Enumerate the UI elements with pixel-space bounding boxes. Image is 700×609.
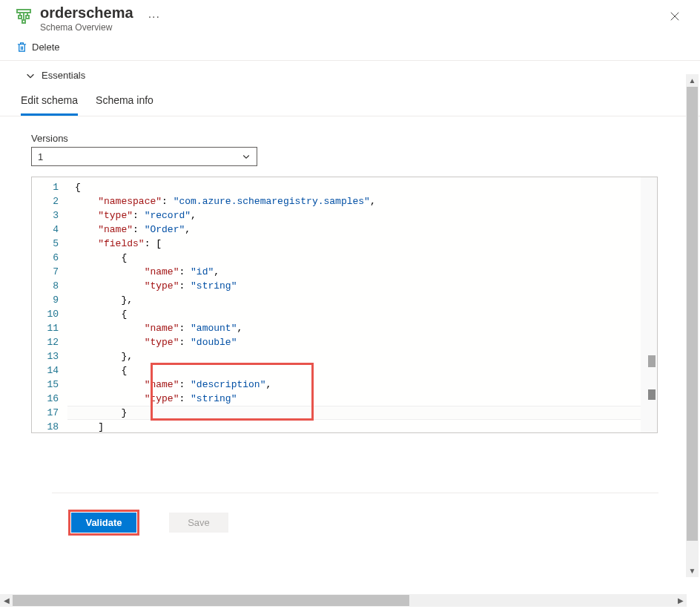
tab-edit-schema[interactable]: Edit schema — [21, 88, 78, 116]
more-menu[interactable]: ··· — [148, 10, 160, 24]
versions-label: Versions — [31, 133, 679, 144]
scroll-up-arrow[interactable]: ▲ — [686, 74, 699, 87]
essentials-label: Essentials — [42, 70, 85, 81]
vertical-scrollbar[interactable]: ▲ ▼ — [686, 74, 699, 577]
schema-icon — [15, 7, 33, 25]
horizontal-scrollbar[interactable]: ◀ ▶ — [0, 594, 687, 607]
save-button: Save — [169, 513, 228, 533]
scroll-right-arrow[interactable]: ▶ — [674, 594, 687, 607]
tab-schema-info[interactable]: Schema info — [96, 88, 153, 116]
versions-selected: 1 — [38, 151, 43, 162]
close-button[interactable] — [666, 7, 684, 25]
svg-rect-2 — [26, 16, 29, 19]
schema-editor[interactable]: 123456789101112131415161718 { "namespace… — [31, 177, 658, 433]
trash-icon — [16, 42, 27, 53]
highlight-annotation: Validate — [68, 510, 139, 536]
chevron-down-icon — [25, 70, 36, 81]
page-subtitle: Schema Overview — [40, 22, 133, 33]
scroll-down-arrow[interactable]: ▼ — [686, 564, 699, 577]
validate-button[interactable]: Validate — [71, 513, 136, 533]
essentials-toggle[interactable]: Essentials — [0, 61, 700, 88]
scroll-left-arrow[interactable]: ◀ — [0, 594, 13, 607]
editor-gutter: 123456789101112131415161718 — [32, 177, 67, 432]
svg-rect-0 — [17, 10, 30, 13]
delete-button[interactable]: Delete — [32, 42, 60, 53]
svg-rect-3 — [22, 20, 25, 23]
page-title: orderschema — [40, 4, 133, 22]
editor-code[interactable]: { "namespace": "com.azure.schemaregistry… — [75, 180, 376, 433]
versions-select[interactable]: 1 — [31, 147, 257, 166]
chevron-down-icon — [242, 152, 251, 161]
editor-minimap[interactable] — [641, 177, 657, 432]
svg-rect-1 — [19, 16, 22, 19]
